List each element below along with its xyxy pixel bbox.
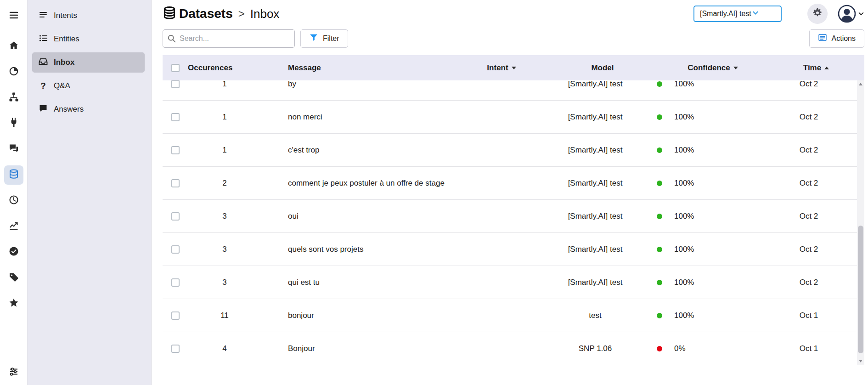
confidence-cell: 100%: [650, 212, 761, 221]
settings-button[interactable]: [807, 4, 828, 24]
scroll-down-button[interactable]: [857, 357, 864, 365]
confidence-dot: [657, 313, 662, 318]
message-cell[interactable]: non merci: [261, 113, 448, 122]
confidence-cell: 100%: [650, 278, 761, 287]
confidence-dot: [657, 147, 662, 153]
sort-caret-up-icon: [824, 67, 829, 69]
clock-icon: [8, 194, 19, 207]
hamburger-icon: [8, 10, 19, 23]
sidebar-item-answers[interactable]: Answers: [32, 99, 145, 119]
sidebar-item-entities[interactable]: Entities: [32, 29, 145, 49]
message-cell[interactable]: comment je peux postuler à un offre de s…: [261, 179, 448, 188]
rail-item-validation[interactable]: [4, 243, 23, 262]
rail-item-favorites[interactable]: [4, 294, 23, 313]
row-checkbox[interactable]: [171, 278, 180, 287]
sidebar-item-intents[interactable]: Intents: [32, 6, 145, 26]
row-checkbox[interactable]: [171, 245, 180, 254]
table-row[interactable]: 11 bonjour test 100% Oct 1: [163, 299, 857, 332]
rail-item-integrations[interactable]: [4, 114, 23, 133]
row-checkbox[interactable]: [171, 345, 180, 353]
menu-button[interactable]: [4, 6, 23, 26]
row-checkbox[interactable]: [171, 311, 180, 320]
confidence-cell: 100%: [650, 113, 761, 122]
row-checkbox[interactable]: [171, 212, 180, 221]
column-header-time[interactable]: Time: [768, 63, 864, 73]
row-checkbox-cell: [163, 278, 188, 287]
select-all-checkbox[interactable]: [171, 64, 180, 72]
rail-item-conversations[interactable]: [4, 140, 23, 159]
rail-item-home[interactable]: [4, 37, 23, 56]
rail-item-statistics[interactable]: [4, 217, 23, 236]
bot-select-value: [Smartly.AI] test: [700, 10, 751, 18]
row-checkbox[interactable]: [171, 113, 180, 121]
column-header-intent[interactable]: Intent: [456, 63, 547, 73]
row-checkbox-cell: [163, 212, 188, 221]
confidence-dot: [657, 346, 662, 351]
confidence-value: 100%: [674, 212, 694, 221]
confidence-cell: 0%: [650, 344, 761, 353]
occurences-cell: 1: [188, 146, 261, 155]
sort-caret-down-icon: [733, 67, 738, 69]
user-menu[interactable]: [838, 5, 864, 23]
table-row[interactable]: 4 Bonjour SNP 1.06 0% Oct 1: [163, 332, 857, 365]
rail-item-analytics[interactable]: [4, 62, 23, 82]
sidebar-item-qna[interactable]: ? Q&A: [32, 76, 145, 96]
table-row[interactable]: 1 c'est trop [Smartly.AI] test 100% Oct …: [163, 134, 857, 167]
header-cell-checkbox: [163, 64, 188, 72]
actions-button[interactable]: Actions: [809, 29, 864, 48]
message-cell[interactable]: bonjour: [261, 311, 448, 320]
column-header-confidence[interactable]: Confidence: [658, 63, 768, 73]
model-cell: [Smartly.AI] test: [540, 245, 650, 254]
rail-item-tags[interactable]: [4, 268, 23, 288]
rail-item-datasets[interactable]: [4, 165, 23, 185]
message-cell[interactable]: c'est trop: [261, 146, 448, 155]
model-cell: [Smartly.AI] test: [540, 80, 650, 89]
bot-select[interactable]: [Smartly.AI] test: [693, 6, 782, 22]
table-row[interactable]: 3 qui est tu [Smartly.AI] test 100% Oct …: [163, 266, 857, 299]
table-row[interactable]: 2 comment je peux postuler à un offre de…: [163, 167, 857, 200]
check-circle-icon: [8, 246, 19, 259]
scroll-up-button[interactable]: [857, 80, 864, 88]
message-cell[interactable]: by: [261, 80, 448, 89]
rail-item-history[interactable]: [4, 191, 23, 210]
occurences-cell: 4: [188, 344, 261, 353]
message-cell[interactable]: Bonjour: [261, 344, 448, 353]
time-cell: Oct 2: [761, 245, 857, 254]
table-row[interactable]: 3 quels sont vos projets [Smartly.AI] te…: [163, 233, 857, 266]
rail-item-preferences[interactable]: [4, 363, 23, 382]
filter-button[interactable]: Filter: [300, 29, 348, 48]
column-header-label: Time: [803, 63, 821, 73]
row-checkbox[interactable]: [171, 80, 180, 88]
scrollbar-thumb[interactable]: [858, 226, 863, 354]
table-header: Occurences Message Intent Model Confiden…: [163, 55, 864, 80]
sidebar-item-inbox[interactable]: Inbox: [32, 52, 145, 73]
table-row[interactable]: 1 by [Smartly.AI] test 100% Oct 2: [163, 80, 857, 101]
confidence-value: 0%: [674, 344, 686, 353]
message-cell[interactable]: quels sont vos projets: [261, 245, 448, 254]
confidence-cell: 100%: [650, 245, 761, 254]
list-table-icon: [818, 33, 827, 44]
column-header-occurences[interactable]: Occurences: [188, 63, 261, 73]
confidence-cell: 100%: [650, 146, 761, 155]
star-icon: [8, 297, 19, 310]
table-row[interactable]: 1 non merci [Smartly.AI] test 100% Oct 2: [163, 101, 857, 134]
row-checkbox-cell: [163, 179, 188, 187]
occurences-cell: 1: [188, 113, 261, 122]
row-checkbox-cell: [163, 113, 188, 121]
time-cell: Oct 2: [761, 278, 857, 287]
table-row[interactable]: 3 oui [Smartly.AI] test 100% Oct 2: [163, 200, 857, 233]
row-checkbox[interactable]: [171, 146, 180, 154]
column-header-message[interactable]: Message: [261, 63, 456, 73]
table-scrollbar[interactable]: [857, 80, 864, 365]
time-cell: Oct 2: [761, 113, 857, 122]
search-input[interactable]: [163, 29, 295, 48]
column-header-model[interactable]: Model: [547, 63, 658, 73]
breadcrumb-section[interactable]: Datasets: [179, 6, 233, 21]
row-checkbox[interactable]: [171, 179, 180, 187]
message-cell[interactable]: qui est tu: [261, 278, 448, 287]
funnel-icon: [309, 33, 318, 44]
time-cell: Oct 1: [761, 344, 857, 353]
message-cell[interactable]: oui: [261, 212, 448, 221]
rail-item-flows[interactable]: [4, 88, 23, 108]
time-cell: Oct 1: [761, 311, 857, 320]
